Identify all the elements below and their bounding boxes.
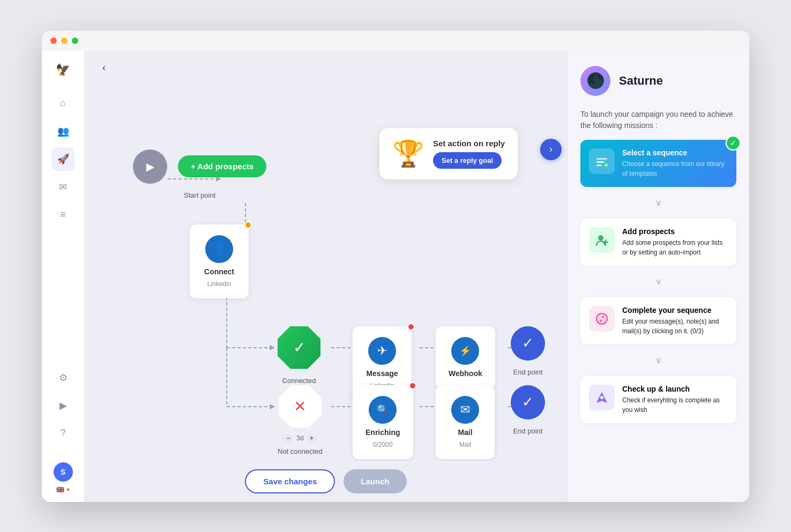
svg-marker-9 (270, 404, 275, 409)
play-button[interactable]: ▶ (133, 149, 167, 184)
panel-header: 🌑 Saturne (580, 66, 736, 96)
mail-sub: Mail (459, 441, 471, 448)
connect-sub: Linkedin (207, 280, 232, 288)
timing-badge: − 3d + (283, 433, 316, 443)
maximize-dot[interactable] (72, 38, 78, 44)
sidebar-item-help[interactable]: ? (51, 422, 75, 445)
minimize-dot[interactable] (61, 38, 68, 44)
svg-rect-23 (596, 161, 604, 163)
end-point-2-label: End point (513, 427, 543, 435)
connect-node[interactable]: 👤 Connect Linkedin (190, 224, 249, 298)
enriching-icon: 🔍 (369, 396, 397, 424)
launch-button[interactable]: Launch (344, 469, 406, 493)
back-button[interactable]: ‹ (95, 59, 113, 77)
start-point-node: ▶ + Add prospects Start point (133, 149, 266, 199)
avatar-label: S (61, 468, 65, 476)
flag-chevron: ▾ (66, 486, 70, 493)
connected-node[interactable]: ✓ Connected (278, 326, 320, 385)
svg-point-33 (601, 318, 603, 320)
mission-sequence-desc: Choose a sequence from our library of te… (622, 159, 728, 178)
svg-point-28 (598, 235, 603, 241)
trophy-icon: 🏆 (392, 139, 424, 169)
end-point-1-label: End point (513, 368, 543, 376)
timing-plus-btn[interactable]: + (307, 433, 317, 443)
mission-launch-title: Check up & launch (622, 385, 728, 393)
action-reply-card: 🏆 Set action on reply Set a reply goal (379, 128, 518, 179)
close-dot[interactable] (50, 38, 57, 44)
sidebar: 🦅 ⌂ 👥 🚀 ✉ ≡ ⚙ ▶ ? S 🇬🇧 ▾ (42, 51, 85, 502)
app-window: 🦅 ⌂ 👥 🚀 ✉ ≡ ⚙ ▶ ? S 🇬🇧 ▾ ‹ (42, 31, 749, 502)
main-canvas: ‹ (85, 51, 567, 502)
mission-complete-text: Complete your sequence Edit your message… (622, 306, 728, 336)
message-icon: ✈ (368, 337, 396, 365)
mission-complete-desc: Edit your message(s), note(s) and mail(s… (622, 317, 728, 336)
sidebar-avatar: S (54, 462, 73, 482)
arrow-nav-button[interactable]: › (540, 139, 562, 160)
mission-prospects-text: Add prospects Add some prospects from yo… (622, 227, 728, 257)
canvas-area: ▶ + Add prospects Start point 👤 Connect … (85, 85, 567, 461)
sidebar-item-home[interactable]: ⌂ (51, 92, 75, 115)
end-point-1-circle: ✓ (511, 326, 545, 361)
enriching-node[interactable]: 🔍 Enriching 0/2000 (353, 385, 413, 459)
chevron-3: ∨ (580, 353, 736, 368)
panel-avatar-icon: 🌑 (586, 72, 605, 89)
sidebar-flag[interactable]: 🇬🇧 ▾ (56, 486, 70, 493)
sidebar-item-play[interactable]: ▶ (51, 394, 75, 417)
mail-title: Mail (458, 428, 472, 437)
webhook-node[interactable]: ⚡ Webhook (436, 326, 495, 388)
mission-prospects-title: Add prospects (622, 227, 728, 236)
sidebar-item-list[interactable]: ≡ (51, 203, 75, 227)
timing-minus-btn[interactable]: − (283, 433, 293, 443)
sidebar-item-users[interactable]: 👥 (51, 119, 75, 143)
mission-prospects-desc: Add some prospects from your lists or by… (622, 238, 728, 257)
sidebar-item-rocket[interactable]: 🚀 (51, 147, 75, 171)
enriching-title: Enriching (365, 428, 400, 437)
mission-launch-text: Check up & launch Check if everyhting is… (622, 385, 728, 415)
titlebar (42, 31, 749, 51)
not-connected-octagon: ✕ (279, 385, 322, 428)
mission-complete-icon (589, 306, 615, 332)
logo-icon: 🦅 (56, 63, 70, 77)
mission-complete-title: Complete your sequence (622, 306, 728, 314)
svg-point-35 (600, 396, 603, 399)
enriching-notification-dot (409, 382, 416, 389)
app-body: 🦅 ⌂ 👥 🚀 ✉ ≡ ⚙ ▶ ? S 🇬🇧 ▾ ‹ (42, 51, 749, 502)
chevron-2: ∨ (580, 274, 736, 289)
sidebar-item-settings[interactable]: ⚙ (51, 366, 75, 389)
mission-card-prospects[interactable]: Add prospects Add some prospects from yo… (580, 219, 736, 266)
end-point-1-node: ✓ End point (511, 326, 545, 376)
canvas-header: ‹ (85, 51, 567, 85)
connect-title: Connect (204, 267, 234, 276)
timing-value: 3d (296, 434, 303, 442)
set-reply-goal-button[interactable]: Set a reply goal (433, 152, 502, 169)
mission-card-complete[interactable]: Complete your sequence Edit your message… (580, 297, 736, 344)
end-point-2-node: ✓ End point (511, 385, 545, 435)
mission-card-launch[interactable]: Check up & launch Check if everyhting is… (580, 376, 736, 423)
connected-label: Connected (282, 377, 316, 385)
mission-card-sequence[interactable]: ✓ Select a sequence Choose a sequence fr… (580, 140, 736, 187)
mail-icon: ✉ (451, 396, 479, 424)
webhook-title: Webhook (449, 369, 482, 378)
mission-sequence-title: Select a sequence (622, 148, 728, 157)
mail-node[interactable]: ✉ Mail Mail (436, 385, 495, 459)
svg-rect-24 (596, 164, 602, 166)
add-prospects-button[interactable]: + Add prospects (178, 155, 266, 177)
mission-sequence-icon (589, 148, 615, 174)
save-changes-button[interactable]: Save changes (245, 469, 335, 493)
mission-prospects-icon (589, 227, 615, 253)
sidebar-logo: 🦅 (53, 59, 74, 81)
not-connected-node[interactable]: ✕ − 3d + Not connected (278, 385, 323, 455)
not-connected-label: Not connected (278, 447, 323, 455)
mission-sequence-text: Select a sequence Choose a sequence from… (622, 148, 728, 178)
enriching-sub: 0/2000 (373, 441, 393, 448)
connect-notification-dot (244, 221, 252, 229)
mission-check-badge: ✓ (726, 136, 741, 151)
sidebar-item-mail[interactable]: ✉ (51, 175, 75, 199)
chevron-1: ∨ (580, 196, 736, 210)
mission-launch-desc: Check if everyhting is complete as you w… (622, 395, 728, 415)
message-title: Message (366, 369, 398, 378)
canvas-footer: Save changes Launch (85, 461, 567, 502)
mission-launch-icon (589, 385, 615, 410)
action-reply-title: Set action on reply (433, 139, 505, 148)
panel-title: Saturne (619, 74, 663, 88)
